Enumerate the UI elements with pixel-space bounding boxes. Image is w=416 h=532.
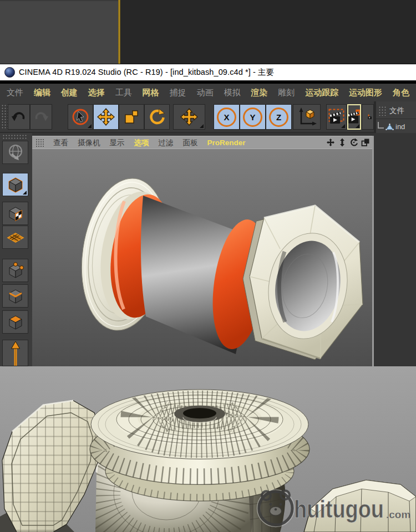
y-axis-icon: Y	[243, 108, 262, 127]
object-name: ind	[395, 122, 405, 131]
vp-menu-view[interactable]: 查看	[53, 138, 68, 148]
viewport-canvas[interactable]	[32, 149, 372, 367]
convert-editable-button[interactable]	[2, 141, 28, 164]
rotate-tool-button[interactable]	[144, 104, 170, 130]
menu-item-snap[interactable]: 捕捉	[170, 88, 186, 98]
polygons-mode-button[interactable]	[2, 310, 28, 334]
lock-z-axis-button[interactable]: Z	[266, 104, 292, 130]
object-manager-file-menu[interactable]: 文件	[389, 106, 404, 116]
axis-mode-button[interactable]	[2, 340, 28, 366]
window-title-bar[interactable]: CINEMA 4D R19.024 Studio (RC - R19) - [i…	[0, 64, 416, 82]
object-tree-item[interactable]: ind	[378, 122, 405, 131]
move-tool-button[interactable]	[93, 104, 119, 130]
move-cross-icon	[180, 108, 199, 126]
panel-grip[interactable]	[378, 106, 386, 116]
axis-cube-icon	[297, 107, 317, 127]
rotate-view-icon[interactable]	[349, 138, 358, 147]
scale-squares-icon	[122, 108, 141, 126]
lock-y-axis-button[interactable]: Y	[240, 104, 266, 130]
cube-polygon-icon	[6, 313, 25, 331]
z-axis-icon: Z	[269, 108, 288, 127]
watermark-text: huitugou	[294, 495, 384, 523]
texture-mode-button[interactable]	[2, 202, 28, 225]
model-mode-button[interactable]	[2, 173, 28, 196]
menu-item-tools[interactable]: 工具	[115, 88, 132, 98]
tree-branch-icon	[378, 122, 384, 129]
menu-item-render[interactable]: 渲染	[251, 88, 267, 98]
menu-item-motion-tracker[interactable]: 运动跟踪	[305, 88, 338, 98]
cropped-app-strip	[0, 0, 416, 64]
pipe-model[interactable]	[32, 149, 372, 367]
polygon-object-icon	[385, 123, 394, 131]
menu-item-simulate[interactable]: 模拟	[224, 88, 240, 98]
panel-splitter[interactable]	[372, 136, 374, 366]
menu-item-mograph[interactable]: 运动图形	[349, 88, 382, 98]
globe-arrow-icon	[6, 143, 25, 162]
render-picture-viewer-button[interactable]	[347, 104, 361, 130]
cinema4d-app-icon	[4, 67, 15, 78]
menu-item-file[interactable]: 文件	[7, 88, 23, 98]
orange-divider-line	[118, 0, 120, 64]
undo-button[interactable]	[8, 104, 30, 130]
workplane-grid-icon	[6, 228, 25, 247]
cropped-panel-left	[0, 0, 118, 64]
cube-checker-icon	[6, 204, 25, 223]
x-axis-icon: X	[217, 108, 236, 127]
menu-item-mesh[interactable]: 网格	[143, 88, 159, 98]
sidebar-grip[interactable]	[2, 134, 28, 140]
workspace: 查看 摄像机 显示 选项 过滤 面板 ProRender	[0, 133, 416, 366]
wireframe-render-image: huitugou .com	[0, 366, 416, 532]
edit-render-settings-button[interactable]	[362, 104, 374, 130]
vp-menu-options[interactable]: 选项	[134, 138, 149, 148]
menu-item-sculpt[interactable]: 雕刻	[278, 88, 295, 98]
workplane-mode-button[interactable]	[2, 226, 28, 249]
cube-icon	[6, 175, 25, 194]
wireframe-valve-illustration: huitugou .com	[0, 366, 416, 532]
lock-x-axis-button[interactable]: X	[214, 104, 240, 130]
cursor-circle-icon	[71, 108, 90, 126]
object-manager-header: 文件	[376, 103, 416, 119]
viewport-grip[interactable]	[35, 139, 44, 147]
active-tool-button[interactable]	[173, 104, 205, 130]
undo-icon	[10, 108, 28, 126]
render-view-button[interactable]	[326, 104, 347, 130]
edges-mode-button[interactable]	[2, 284, 28, 308]
pan-view-icon[interactable]	[326, 138, 335, 147]
toolbar-grip[interactable]	[1, 104, 8, 130]
toggle-layout-icon[interactable]	[361, 138, 370, 147]
watermark-suffix: .com	[386, 509, 410, 520]
cube-points-icon	[6, 261, 25, 280]
clapperboard-settings-icon	[368, 108, 373, 126]
cube-edges-icon	[6, 287, 25, 305]
mode-sidebar	[0, 133, 32, 366]
redo-icon	[32, 108, 50, 126]
menu-item-character[interactable]: 角色	[393, 88, 409, 98]
dolly-view-icon[interactable]	[338, 138, 347, 147]
vp-menu-filter[interactable]: 过滤	[159, 138, 174, 148]
move-cross-icon	[97, 108, 115, 126]
menu-item-edit[interactable]: 编辑	[34, 88, 50, 98]
axis-arrow-icon	[6, 340, 25, 366]
clapperboard-icon	[348, 109, 361, 125]
vp-menu-prorender[interactable]: ProRender	[207, 139, 246, 147]
window-title: CINEMA 4D R19.024 Studio (RC - R19) - [i…	[19, 67, 274, 78]
main-menu-bar: 文件 编辑 创建 选择 工具 网格 捕捉 动画 模拟 渲染 雕刻 运动跟踪 运动…	[0, 84, 416, 101]
scale-tool-button[interactable]	[119, 104, 144, 130]
vp-menu-panel[interactable]: 面板	[183, 138, 198, 148]
redo-button[interactable]	[30, 104, 52, 130]
vp-menu-display[interactable]: 显示	[110, 138, 125, 148]
clapperboard-region-icon	[328, 108, 346, 126]
main-toolbar: X Y Z	[0, 101, 374, 133]
menu-item-create[interactable]: 创建	[61, 88, 78, 98]
menu-item-select[interactable]: 选择	[88, 88, 105, 98]
live-selection-button[interactable]	[68, 104, 93, 130]
coordinate-system-button[interactable]	[293, 104, 321, 130]
vp-menu-cameras[interactable]: 摄像机	[78, 138, 100, 148]
points-mode-button[interactable]	[2, 259, 28, 282]
menu-item-animate[interactable]: 动画	[196, 88, 213, 98]
rotate-arrows-icon	[148, 108, 166, 126]
viewport-panel: 查看 摄像机 显示 选项 过滤 面板 ProRender	[32, 136, 372, 366]
viewport-menu-bar: 查看 摄像机 显示 选项 过滤 面板 ProRender	[32, 136, 372, 149]
